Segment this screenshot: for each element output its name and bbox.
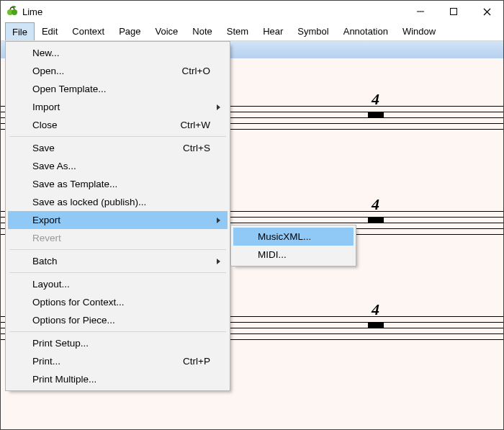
chevron-right-icon	[217, 104, 220, 110]
menu-item-shortcut: Ctrl+S	[183, 143, 210, 153]
menu-voice[interactable]: Voice	[148, 22, 186, 40]
menu-item-print[interactable]: Print...Ctrl+P	[8, 352, 228, 370]
menu-item-open[interactable]: Open...Ctrl+O	[8, 62, 228, 80]
svg-rect-4	[451, 9, 457, 15]
menu-item-label: MusicXML...	[258, 231, 311, 242]
menu-item-close[interactable]: CloseCtrl+W	[8, 116, 228, 134]
menu-note[interactable]: Note	[185, 22, 219, 40]
menu-separator	[9, 136, 226, 137]
menu-item-options-piece[interactable]: Options for Piece...	[8, 311, 228, 329]
menubar: File Edit Context Page Voice Note Stem H…	[1, 22, 503, 41]
svg-point-2	[12, 6, 16, 7]
menu-item-import[interactable]: Import	[8, 98, 228, 116]
menu-item-shortcut: Ctrl+P	[183, 356, 210, 367]
minimize-button[interactable]	[404, 1, 437, 22]
menu-separator	[9, 249, 226, 250]
menu-page[interactable]: Page	[112, 22, 148, 40]
menu-item-label: Save	[32, 143, 55, 153]
menu-separator	[9, 272, 226, 273]
chevron-right-icon	[217, 218, 220, 223]
submenu-item-musicxml[interactable]: MusicXML...	[233, 228, 354, 246]
menu-edit[interactable]: Edit	[35, 22, 65, 40]
menu-item-label: New...	[32, 48, 60, 58]
menu-item-label: Layout...	[32, 279, 70, 290]
menu-item-label: Revert	[32, 233, 61, 243]
chevron-right-icon	[217, 259, 220, 264]
menu-item-label: Save as Template...	[32, 179, 117, 189]
menu-item-print-setup[interactable]: Print Setup...	[8, 334, 228, 352]
titlebar: Lime	[1, 1, 503, 22]
menu-context[interactable]: Context	[65, 22, 112, 40]
export-submenu: MusicXML... MIDI...	[230, 225, 356, 266]
maximize-button[interactable]	[437, 1, 470, 22]
menu-item-print-multiple[interactable]: Print Multiple...	[8, 370, 228, 388]
close-button[interactable]	[470, 1, 503, 22]
menu-separator	[9, 331, 226, 332]
menu-item-save-as[interactable]: Save As...	[8, 157, 228, 175]
menu-item-open-template[interactable]: Open Template...	[8, 80, 228, 98]
menu-item-label: Open...	[32, 66, 64, 76]
whole-rest	[368, 217, 384, 223]
titlebar-left: Lime	[6, 6, 42, 17]
menu-item-options-context[interactable]: Options for Context...	[8, 293, 228, 311]
window-controls	[404, 1, 503, 22]
menu-item-label: Save as locked (publish)...	[32, 197, 146, 207]
menu-item-new[interactable]: New...	[8, 44, 228, 62]
file-menu-dropdown: New... Open...Ctrl+O Open Template... Im…	[5, 41, 230, 391]
app-icon	[6, 6, 18, 17]
menu-item-layout[interactable]: Layout...	[8, 275, 228, 293]
menu-item-save-locked[interactable]: Save as locked (publish)...	[8, 193, 228, 211]
menu-symbol[interactable]: Symbol	[290, 22, 336, 40]
menu-annotation[interactable]: Annotation	[336, 22, 395, 40]
menu-item-label: Print Multiple...	[32, 374, 96, 385]
menu-item-label: Open Template...	[32, 84, 107, 94]
menu-item-save[interactable]: SaveCtrl+S	[8, 139, 228, 157]
menu-item-export[interactable]: Export	[8, 211, 228, 229]
menu-file[interactable]: File	[5, 22, 35, 40]
menu-item-batch[interactable]: Batch	[8, 252, 228, 270]
menu-item-shortcut: Ctrl+W	[180, 120, 210, 130]
svg-point-1	[12, 9, 17, 15]
menu-item-label: Close	[32, 120, 58, 130]
whole-rest	[368, 322, 384, 328]
submenu-item-midi[interactable]: MIDI...	[233, 246, 354, 264]
menu-item-label: Save As...	[32, 161, 76, 171]
menu-item-label: Batch	[32, 256, 58, 266]
menu-stem[interactable]: Stem	[220, 22, 256, 40]
menu-item-label: Options for Piece...	[32, 315, 115, 326]
menu-item-label: Options for Context...	[32, 297, 125, 308]
menu-item-revert: Revert	[8, 229, 228, 247]
whole-rest	[368, 112, 384, 117]
menu-item-label: Export	[32, 215, 60, 225]
menu-item-label: MIDI...	[258, 249, 287, 260]
menu-hear[interactable]: Hear	[256, 22, 290, 40]
menu-item-label: Import	[32, 102, 60, 112]
menu-window[interactable]: Window	[395, 22, 443, 40]
menu-item-save-as-template[interactable]: Save as Template...	[8, 175, 228, 193]
menu-item-label: Print...	[32, 356, 60, 367]
menu-item-label: Print Setup...	[32, 338, 89, 349]
menu-item-shortcut: Ctrl+O	[182, 66, 210, 76]
window-title: Lime	[22, 6, 42, 17]
